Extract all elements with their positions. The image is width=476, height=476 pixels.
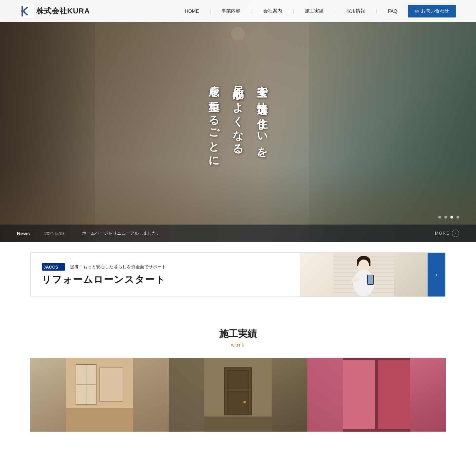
woman-figure-svg — [333, 253, 394, 296]
svg-rect-38 — [227, 370, 249, 389]
nav-company[interactable]: 会社案内 — [263, 8, 282, 14]
svg-rect-4 — [21, 10, 25, 12]
news-bar: News 2021.5.19 ホームページをリニューアルしました。 MORE › — [0, 225, 476, 242]
main-nav: HOME | 事業内容 | 会社案内 | 施工実績 | 採用情報 | FAQ ✉… — [185, 5, 456, 17]
jaccs-logo-svg: JACCS — [42, 263, 65, 271]
work-card-3[interactable] — [307, 358, 446, 432]
banner-logo-row: JACCS 提携！もっと安心した暮らしを資金面でサポート — [42, 263, 289, 271]
svg-point-40 — [243, 401, 246, 403]
work-grid — [30, 358, 446, 432]
news-label: News — [17, 231, 34, 236]
nav-divider-5: | — [376, 8, 377, 14]
work-card-2[interactable] — [169, 358, 307, 432]
nav-divider-1: | — [210, 8, 211, 14]
banner-subtitle: 提携！もっと安心した暮らしを資金面でサポート — [70, 264, 166, 270]
dot-1[interactable] — [438, 216, 441, 219]
nav-divider-2: | — [251, 8, 252, 14]
work-card-1-deco — [30, 358, 169, 432]
hero-text-area: 歳を重ねるごとに 居心地がよくなる、 安全で快適な住まいを。 — [206, 77, 270, 165]
contact-button[interactable]: ✉ お問い合わせ — [408, 5, 456, 17]
banner-wrapper: JACCS 提携！もっと安心した暮らしを資金面でサポート リフォームローンスター… — [30, 252, 446, 297]
work-card-3-deco — [307, 358, 446, 432]
news-content: ホームページをリニューアルしました。 — [82, 230, 424, 236]
hero-dots — [438, 216, 459, 219]
svg-rect-45 — [375, 358, 378, 432]
dot-3[interactable] — [450, 216, 453, 219]
nav-divider-3: | — [293, 8, 294, 14]
svg-rect-29 — [66, 408, 133, 432]
svg-rect-44 — [378, 358, 410, 432]
logo-text: 株式会社KURA — [36, 6, 90, 16]
hero-text-line-3: 安全で快適な住まいを。 — [254, 77, 270, 165]
banner-image — [300, 253, 428, 296]
work-section: 施工実績 work — [0, 307, 476, 445]
kura-logo-icon — [20, 4, 34, 18]
work-card-2-svg — [204, 358, 272, 432]
svg-rect-41 — [204, 416, 272, 432]
svg-rect-46 — [343, 358, 410, 360]
work-card-3-svg — [343, 358, 410, 432]
banner-content: JACCS 提携！もっと安心した暮らしを資金面でサポート リフォームローンスター… — [31, 253, 300, 296]
hero-section: 歳を重ねるごとに 居心地がよくなる、 安全で快適な住まいを。 News 2021… — [0, 0, 476, 242]
banner-section: JACCS 提携！もっと安心した暮らしを資金面でサポート リフォームローンスター… — [0, 242, 476, 307]
hero-text-line-2: 居心地がよくなる、 — [230, 77, 246, 165]
site-header: 株式会社KURA HOME | 事業内容 | 会社案内 | 施工実績 | 採用情… — [0, 0, 476, 22]
svg-rect-43 — [343, 358, 375, 432]
dot-4[interactable] — [457, 216, 459, 219]
work-card-1-svg — [66, 358, 133, 432]
work-card-2-deco — [169, 358, 307, 432]
jaccs-logo: JACCS — [42, 263, 65, 271]
news-date: 2021.5.19 — [44, 231, 71, 236]
news-more-text: MORE — [435, 231, 450, 236]
nav-faq[interactable]: FAQ — [388, 8, 397, 14]
svg-rect-47 — [343, 429, 410, 432]
news-more-link[interactable]: MORE › — [435, 230, 459, 237]
logo-area[interactable]: 株式会社KURA — [20, 4, 90, 18]
svg-rect-34 — [100, 368, 123, 401]
dot-2[interactable] — [444, 216, 447, 219]
banner-arrow-icon: › — [435, 271, 438, 279]
svg-rect-27 — [368, 275, 373, 284]
banner-title: リフォームローンスタート — [42, 273, 289, 286]
banner-next-button[interactable]: › — [428, 253, 445, 296]
nav-home[interactable]: HOME — [185, 8, 199, 14]
nav-recruit[interactable]: 採用情報 — [346, 8, 365, 14]
news-more-circle: › — [452, 230, 459, 237]
contact-icon: ✉ — [415, 8, 419, 14]
nav-business[interactable]: 事業内容 — [222, 8, 240, 14]
section-title-japanese: 施工実績 — [30, 327, 446, 340]
section-title-english: work — [30, 342, 446, 348]
svg-text:JACCS: JACCS — [43, 265, 58, 270]
hero-text-line-1: 歳を重ねるごとに — [206, 77, 222, 165]
nav-divider-4: | — [334, 8, 336, 14]
nav-works[interactable]: 施工実績 — [305, 8, 324, 14]
work-card-1[interactable] — [30, 358, 169, 432]
contact-label: お問い合わせ — [421, 8, 449, 14]
